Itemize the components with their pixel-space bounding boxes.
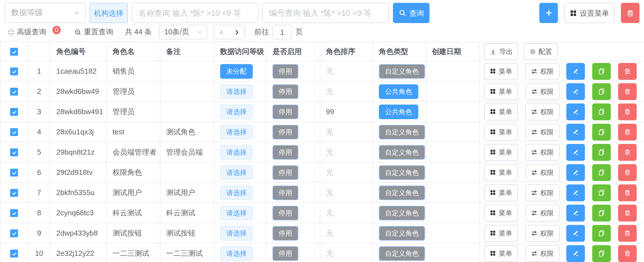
delete-row-button[interactable] bbox=[618, 83, 636, 100]
permission-button[interactable]: 权限 bbox=[525, 225, 559, 241]
access-level-button[interactable]: 请选择 bbox=[220, 185, 253, 200]
delete-row-button[interactable] bbox=[618, 225, 636, 241]
org-select-button[interactable]: 机构选择 bbox=[90, 3, 128, 23]
role-type-button[interactable]: 自定义角色 bbox=[379, 64, 425, 78]
code-query-input[interactable] bbox=[262, 3, 389, 23]
row-checkbox[interactable] bbox=[10, 68, 18, 76]
enabled-toggle-button[interactable]: 停用 bbox=[272, 84, 298, 99]
permission-button[interactable]: 权限 bbox=[525, 144, 559, 161]
next-page-button[interactable] bbox=[229, 25, 244, 39]
row-checkbox[interactable] bbox=[10, 189, 18, 197]
edit-button[interactable] bbox=[567, 164, 585, 181]
delete-row-button[interactable] bbox=[618, 204, 636, 221]
delete-row-button[interactable] bbox=[618, 144, 636, 161]
access-level-button[interactable]: 请选择 bbox=[220, 84, 253, 99]
enabled-toggle-button[interactable]: 停用 bbox=[272, 246, 298, 261]
edit-button[interactable] bbox=[567, 225, 585, 241]
row-checkbox[interactable] bbox=[10, 149, 18, 157]
row-checkbox[interactable] bbox=[10, 128, 18, 136]
page-size-select[interactable]: 10条/页 bbox=[158, 25, 207, 39]
copy-button[interactable] bbox=[592, 225, 611, 241]
setup-menu-button[interactable]: 设置菜单 bbox=[564, 3, 615, 23]
enabled-toggle-button[interactable]: 停用 bbox=[272, 125, 298, 139]
enabled-toggle-button[interactable]: 停用 bbox=[272, 165, 298, 180]
enabled-toggle-button[interactable]: 停用 bbox=[272, 205, 298, 220]
role-type-button[interactable]: 自定义角色 bbox=[379, 226, 425, 240]
menu-button[interactable]: 菜单 bbox=[484, 225, 518, 241]
edit-button[interactable] bbox=[567, 103, 585, 120]
menu-button[interactable]: 菜单 bbox=[484, 83, 518, 100]
role-type-button[interactable]: 自定义角色 bbox=[379, 125, 425, 139]
role-type-button[interactable]: 自定义角色 bbox=[379, 185, 425, 200]
copy-button[interactable] bbox=[592, 83, 611, 100]
copy-button[interactable] bbox=[592, 245, 611, 262]
enabled-toggle-button[interactable]: 停用 bbox=[272, 64, 298, 78]
menu-button[interactable]: 菜单 bbox=[484, 103, 518, 120]
prev-page-button[interactable] bbox=[214, 25, 229, 39]
advanced-query-button[interactable]: 高级查询 0 bbox=[7, 27, 61, 37]
name-query-input[interactable] bbox=[132, 3, 258, 23]
copy-button[interactable] bbox=[592, 123, 611, 140]
delete-button[interactable] bbox=[621, 3, 639, 23]
permission-button[interactable]: 权限 bbox=[525, 184, 559, 201]
permission-button[interactable]: 权限 bbox=[525, 245, 559, 262]
row-checkbox[interactable] bbox=[10, 250, 18, 258]
edit-button[interactable] bbox=[567, 144, 585, 161]
delete-row-button[interactable] bbox=[618, 103, 636, 120]
row-checkbox[interactable] bbox=[10, 230, 18, 238]
access-level-button[interactable]: 请选择 bbox=[220, 145, 253, 159]
delete-row-button[interactable] bbox=[618, 164, 636, 181]
permission-button[interactable]: 权限 bbox=[525, 123, 559, 140]
reset-query-button[interactable]: 重置查询 bbox=[74, 27, 113, 37]
delete-row-button[interactable] bbox=[618, 245, 636, 262]
menu-button[interactable]: 菜单 bbox=[484, 245, 518, 262]
data-level-select[interactable]: 数据等级 bbox=[5, 3, 86, 23]
copy-button[interactable] bbox=[592, 144, 611, 161]
menu-button[interactable]: 菜单 bbox=[484, 164, 518, 181]
config-button[interactable]: 配置 bbox=[523, 43, 558, 60]
edit-button[interactable] bbox=[567, 63, 585, 80]
role-type-button[interactable]: 自定义角色 bbox=[379, 205, 425, 220]
delete-row-button[interactable] bbox=[618, 123, 636, 140]
copy-button[interactable] bbox=[592, 204, 611, 221]
edit-button[interactable] bbox=[567, 83, 585, 100]
role-type-button[interactable]: 自定义角色 bbox=[379, 145, 425, 159]
select-all-checkbox[interactable] bbox=[10, 48, 18, 56]
permission-button[interactable]: 权限 bbox=[525, 63, 559, 80]
copy-button[interactable] bbox=[592, 103, 611, 120]
enabled-toggle-button[interactable]: 停用 bbox=[272, 104, 298, 119]
role-type-button[interactable]: 自定义角色 bbox=[379, 246, 425, 261]
copy-button[interactable] bbox=[592, 184, 611, 201]
menu-button[interactable]: 菜单 bbox=[484, 63, 518, 80]
enabled-toggle-button[interactable]: 停用 bbox=[272, 185, 298, 200]
access-level-button[interactable]: 请选择 bbox=[220, 226, 253, 240]
menu-button[interactable]: 菜单 bbox=[484, 184, 518, 201]
permission-button[interactable]: 权限 bbox=[525, 164, 559, 181]
menu-button[interactable]: 菜单 bbox=[484, 144, 518, 161]
permission-button[interactable]: 权限 bbox=[525, 83, 559, 100]
enabled-toggle-button[interactable]: 停用 bbox=[272, 145, 298, 159]
edit-button[interactable] bbox=[567, 123, 585, 140]
copy-button[interactable] bbox=[592, 164, 611, 181]
row-checkbox[interactable] bbox=[10, 108, 18, 116]
enabled-toggle-button[interactable]: 停用 bbox=[272, 226, 298, 240]
row-checkbox[interactable] bbox=[10, 169, 18, 177]
access-level-button[interactable]: 请选择 bbox=[220, 104, 253, 119]
row-checkbox[interactable] bbox=[10, 88, 18, 96]
delete-row-button[interactable] bbox=[618, 184, 636, 201]
access-level-button[interactable]: 请选择 bbox=[220, 165, 253, 180]
role-type-button[interactable]: 公共角色 bbox=[379, 104, 418, 119]
permission-button[interactable]: 权限 bbox=[525, 103, 559, 120]
copy-button[interactable] bbox=[592, 63, 611, 80]
role-type-button[interactable]: 自定义角色 bbox=[379, 165, 425, 180]
access-level-button[interactable]: 请选择 bbox=[220, 125, 253, 139]
permission-button[interactable]: 权限 bbox=[525, 204, 559, 221]
access-level-button[interactable]: 请选择 bbox=[220, 246, 253, 261]
edit-button[interactable] bbox=[567, 204, 585, 221]
search-button[interactable]: 查询 bbox=[393, 3, 430, 23]
access-level-button[interactable]: 请选择 bbox=[220, 205, 253, 220]
row-checkbox[interactable] bbox=[10, 209, 18, 217]
menu-button[interactable]: 菜单 bbox=[484, 123, 518, 140]
add-button[interactable] bbox=[539, 3, 558, 23]
access-level-button[interactable]: 未分配 bbox=[220, 64, 253, 78]
